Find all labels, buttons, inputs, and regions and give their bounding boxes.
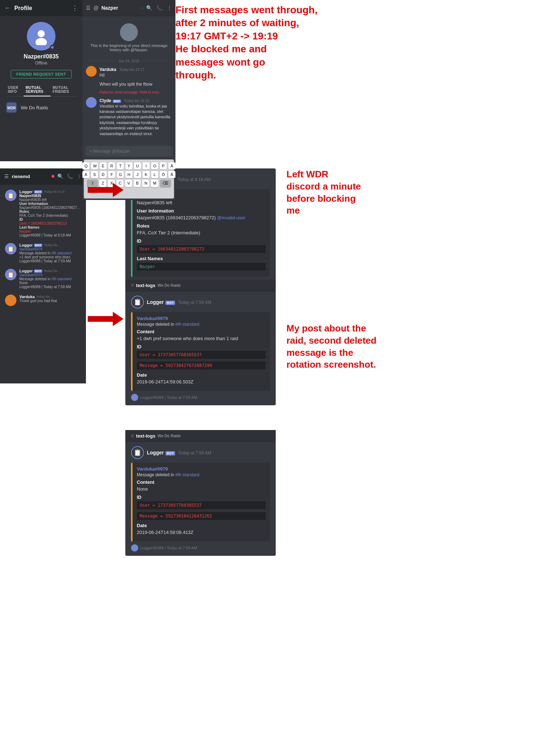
key-l[interactable]: L <box>151 171 158 178</box>
channel-link: #lfr-standard <box>175 472 199 477</box>
avatar: 📋 <box>5 190 16 201</box>
message-header: Varduka Today klo 19:17 <box>100 66 172 72</box>
server-icon: WDR <box>6 102 17 113</box>
key-b[interactable]: B <box>134 180 141 187</box>
key-a-uml[interactable]: Ä <box>168 162 175 170</box>
key-a[interactable]: A <box>82 171 90 178</box>
panel-author: Logger <box>147 450 164 455</box>
key-t[interactable]: T <box>117 162 124 170</box>
profile-body: Nazper#0835 Offline FRIEND REQUEST SENT … <box>0 16 82 121</box>
message-preview: Logger BOT Today klo 9:18 Nazper#0835 Na… <box>19 190 81 237</box>
message-preview-line: Logger#6088 | Today at 7:58 AM <box>19 285 81 289</box>
id-code-2: Message = 592730184126431262 <box>137 512 266 520</box>
key-u[interactable]: U <box>134 162 141 170</box>
embed-mention: @invalid-user <box>217 215 246 220</box>
key-k[interactable]: K <box>143 171 150 178</box>
key-d[interactable]: D <box>100 171 107 178</box>
key-o-uml[interactable]: Ö <box>160 171 167 178</box>
call-icon[interactable]: 📞 <box>156 5 163 11</box>
dm-status-icon: ○ <box>141 6 143 10</box>
back-arrow-icon[interactable]: ← <box>4 4 11 12</box>
panel-header: 📋 Logger BOT Today at 7:59 AM <box>131 296 270 309</box>
message-preview-line: ID <box>19 218 81 221</box>
footer-avatar <box>131 544 138 552</box>
key-a-uml2[interactable]: Ä <box>168 171 175 178</box>
message-time: Today klo 19:17 <box>119 68 144 72</box>
tab-user-info[interactable]: USER INFO <box>6 83 24 96</box>
message-preview-text: Thank god you had that <box>19 299 81 303</box>
message-header: Logger BOT Today klo ... <box>19 269 81 273</box>
date-text: 2019-06-24T14:58:08.413Z <box>137 530 266 535</box>
key-w[interactable]: W <box>91 162 98 170</box>
del-username: Varduka#0979 <box>137 316 168 321</box>
call-icon[interactable]: 📞 <box>67 173 73 179</box>
keyboard-row-2: A S D F G H J K L Ö Ä <box>85 171 173 178</box>
tab-mutual-friends[interactable]: MUTUAL FRIENDS <box>50 83 77 96</box>
search-icon[interactable]: 🔍 <box>146 5 152 11</box>
dm-input[interactable]: + Message @Nazper <box>85 146 173 157</box>
content-title: Content <box>137 329 266 334</box>
key-r[interactable]: R <box>108 162 115 170</box>
profile-panel: ← Profile ⋮ Nazper#0835 Offline FRIEND R… <box>0 0 82 161</box>
date-text: Jun 24, 2019 <box>119 59 139 63</box>
hash-icon: # <box>131 433 134 439</box>
dm-header: ☰ @ Nazper ○ 🔍 📞 ⋮ <box>82 0 175 16</box>
sidebar-menu-icon[interactable]: ☰ <box>4 173 9 179</box>
key-q[interactable]: Q <box>82 162 90 170</box>
list-item[interactable]: 📋 Logger BOT Today klo 9:18 Nazper#0835 … <box>3 187 83 239</box>
profile-tabs: USER INFO MUTUAL SERVERS MUTUAL FRIENDS <box>6 83 77 97</box>
message-header: Logger BOT Today klo ... <box>19 243 81 247</box>
message-preview-line: Nazper <box>19 229 81 233</box>
id-title: ID <box>137 344 266 349</box>
key-m[interactable]: M <box>151 180 158 187</box>
key-g[interactable]: G <box>117 171 124 178</box>
message-preview-line: Nazper#0835 (166340122063798272) @invali… <box>19 206 81 210</box>
search-icon[interactable]: 🔍 <box>57 173 63 179</box>
server-name: We Do Raids <box>158 434 181 438</box>
key-y[interactable]: Y <box>125 162 132 170</box>
more-icon[interactable]: ⋮ <box>77 173 82 179</box>
list-item[interactable]: 📋 Logger BOT Today klo ... Varduka#0979 … <box>3 241 83 265</box>
profile-username: Nazper#0835 <box>24 53 59 60</box>
channel-header: # text-logs We Do Raids <box>125 430 276 442</box>
date-separator: Jun 24, 2019 <box>86 59 172 63</box>
key-s[interactable]: S <box>91 171 98 178</box>
avatar <box>27 22 55 51</box>
key-f[interactable]: F <box>108 171 115 178</box>
avatar <box>5 295 16 306</box>
key-v[interactable]: V <box>125 180 132 187</box>
message-preview-text: Varduka#0979 <box>19 247 81 251</box>
message-preview-line: Message deleted in #lfr-standard <box>19 251 81 255</box>
key-p[interactable]: P <box>160 162 167 170</box>
key-j[interactable]: J <box>134 171 141 178</box>
tab-mutual-servers[interactable]: MUTUAL SERVERS <box>24 83 50 96</box>
message-preview: Logger BOT Today klo ... Varduka#0979 Me… <box>19 269 81 289</box>
embed: Nazper#0835 Nazper#0835 left User Inform… <box>131 189 270 277</box>
key-o[interactable]: O <box>151 162 158 170</box>
dm-menu-icon[interactable]: ☰ <box>86 5 91 11</box>
sidebar: ☰ rienemd 🔍 📞 ⋮ 📋 Logger BOT Today klo 9… <box>0 168 86 383</box>
annotation-middle-right: Left WDR discord a minute before blockin… <box>286 168 448 217</box>
dm-panel: ☰ @ Nazper ○ 🔍 📞 ⋮ This is the beginning… <box>82 0 175 200</box>
message-header: Varduka Today klo ... <box>19 295 81 299</box>
more-icon[interactable]: ⋮ <box>167 5 172 11</box>
key-i[interactable]: I <box>143 162 150 170</box>
key-n[interactable]: N <box>142 180 149 187</box>
avatar-spacer <box>86 81 97 87</box>
message-time: Today klo ... <box>44 269 61 273</box>
list-item[interactable]: 📋 Logger BOT Today klo ... Varduka#0979 … <box>3 267 83 291</box>
profile-menu-icon[interactable]: ⋮ <box>72 4 78 12</box>
key-backspace[interactable]: ⌫ <box>160 180 171 187</box>
expanded-panel-3-container: # text-logs We Do Raids 📋 Logger BOT Tod… <box>125 430 276 556</box>
notification-dot <box>52 175 54 178</box>
key-e[interactable]: E <box>100 162 107 170</box>
friend-request-button[interactable]: FRIEND REQUEST SENT <box>11 70 71 78</box>
message-time: Today klo 19:19 <box>124 99 149 103</box>
mutual-server-item[interactable]: WDR We Do Raids <box>6 100 77 115</box>
key-h[interactable]: H <box>125 171 132 178</box>
message-preview-line: FFA, CoX Tier 2 (Intermediate) <box>19 214 81 218</box>
message-text: When will you split the fbow <box>100 81 172 87</box>
avatar-spacer <box>86 90 97 94</box>
footer-avatar <box>131 394 138 401</box>
list-item[interactable]: Varduka Today klo ... Thank god you had … <box>3 292 83 308</box>
